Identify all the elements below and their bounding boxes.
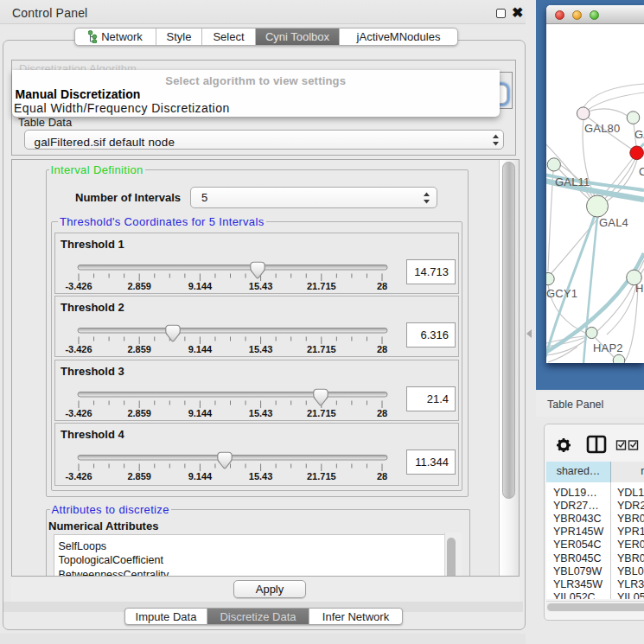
svg-text:-3.426: -3.426	[65, 344, 92, 354]
svg-text:21.715: 21.715	[307, 408, 336, 418]
svg-text:21.715: 21.715	[307, 471, 336, 481]
svg-text:2.859: 2.859	[127, 408, 151, 418]
svg-text:GA: GA	[634, 128, 644, 141]
svg-text:21.715: 21.715	[307, 344, 336, 354]
svg-text:28: 28	[377, 408, 387, 418]
svg-text:15.43: 15.43	[249, 281, 273, 291]
svg-text:GCY1: GCY1	[546, 287, 577, 300]
svg-text:H: H	[635, 282, 644, 295]
svg-text:9.144: 9.144	[188, 408, 213, 418]
svg-text:GAL4: GAL4	[599, 216, 628, 229]
svg-text:15.43: 15.43	[249, 471, 273, 481]
svg-text:HAP2: HAP2	[593, 341, 623, 354]
svg-text:15.43: 15.43	[249, 344, 273, 354]
svg-text:28: 28	[377, 471, 387, 481]
svg-text:15.43: 15.43	[249, 408, 273, 418]
svg-text:GAL80: GAL80	[584, 122, 620, 135]
svg-text:9.144: 9.144	[188, 471, 213, 481]
svg-text:-3.426: -3.426	[65, 408, 92, 418]
svg-text:9.144: 9.144	[188, 281, 213, 291]
svg-text:21.715: 21.715	[307, 281, 336, 291]
svg-text:2.859: 2.859	[127, 344, 151, 354]
svg-text:GAL11: GAL11	[555, 175, 590, 188]
svg-text:9.144: 9.144	[188, 344, 213, 354]
svg-text:-3.426: -3.426	[65, 471, 92, 481]
svg-text:2.859: 2.859	[127, 471, 151, 481]
svg-text:-3.426: -3.426	[65, 281, 92, 291]
svg-text:28: 28	[377, 344, 387, 354]
svg-text:2.859: 2.859	[127, 281, 151, 291]
svg-text:C: C	[639, 165, 644, 178]
svg-text:28: 28	[377, 281, 387, 291]
